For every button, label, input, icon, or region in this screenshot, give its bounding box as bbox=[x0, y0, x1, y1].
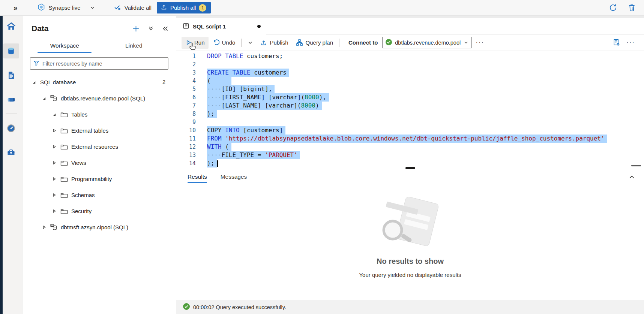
nav-data[interactable] bbox=[3, 43, 19, 58]
code-line-content[interactable]: ); bbox=[196, 159, 218, 167]
code-line-content[interactable]: ); bbox=[196, 110, 217, 118]
code-line-3[interactable]: 3CREATE TABLE customers bbox=[176, 69, 644, 77]
code-line-content[interactable]: ····[ID] [bigint], bbox=[196, 85, 275, 93]
nav-integrate[interactable] bbox=[3, 92, 19, 107]
tree-expander-icon[interactable] bbox=[52, 129, 57, 133]
code-line-content[interactable]: ····[LAST_NAME] [varchar](8000) bbox=[196, 102, 322, 110]
refresh-button[interactable] bbox=[609, 3, 617, 12]
tree-item-external-tables[interactable]: External tables bbox=[23, 123, 176, 139]
tab-messages[interactable]: Messages bbox=[221, 169, 247, 185]
tree-expander-icon[interactable] bbox=[52, 177, 57, 181]
tree-expander-icon[interactable] bbox=[52, 209, 57, 213]
expand-panel-icon[interactable]: » bbox=[14, 4, 18, 12]
tab-sql-script-1[interactable]: SQL script 1 bbox=[176, 18, 266, 34]
filter-resources-input[interactable] bbox=[42, 61, 165, 67]
code-line-11[interactable]: 11FROM 'https://dbtlabsynapsedatalake.bl… bbox=[176, 135, 644, 143]
tree-expander-icon[interactable] bbox=[42, 96, 47, 100]
nav-home[interactable] bbox=[3, 19, 19, 34]
publish-all-button[interactable]: Publish all 1 bbox=[157, 2, 211, 13]
line-number[interactable]: 1 bbox=[176, 52, 196, 60]
line-number[interactable]: 13 bbox=[176, 151, 196, 159]
tree-item-views[interactable]: Views bbox=[23, 155, 176, 171]
publish-button[interactable]: Publish bbox=[257, 37, 292, 49]
line-number[interactable]: 10 bbox=[176, 126, 196, 135]
undo-button[interactable]: Undo bbox=[209, 37, 239, 49]
line-number[interactable]: 5 bbox=[176, 85, 196, 93]
code-line-content[interactable]: CREATE TABLE customers bbox=[196, 69, 289, 77]
tab-workspace[interactable]: Workspace bbox=[30, 39, 99, 53]
tree-expander-icon[interactable] bbox=[52, 193, 57, 197]
toolbar-more-button[interactable]: ··· bbox=[472, 39, 488, 46]
code-line-content[interactable]: COPY INTO [customers] bbox=[196, 126, 285, 135]
code-line-content[interactable]: DROP TABLE customers; bbox=[196, 52, 283, 60]
editor-scrollbar-thumb[interactable] bbox=[631, 165, 641, 166]
code-line-8[interactable]: 8); bbox=[176, 110, 644, 118]
code-line-7[interactable]: 7····[LAST_NAME] [varchar](8000) bbox=[176, 102, 644, 110]
tree-item-tables[interactable]: Tables bbox=[23, 106, 176, 123]
validate-all-button[interactable]: Validate all bbox=[114, 3, 152, 12]
code-line-5[interactable]: 5····[ID] [bigint], bbox=[176, 85, 644, 93]
tree-item-programmability[interactable]: Programmability bbox=[23, 171, 176, 187]
editor-more-button[interactable]: ··· bbox=[623, 39, 639, 46]
code-line-13[interactable]: 13····FILE_TYPE = 'PARQUET' bbox=[176, 151, 644, 159]
run-button[interactable]: Run bbox=[182, 37, 209, 49]
nav-develop[interactable] bbox=[3, 68, 19, 83]
code-line-6[interactable]: 6····[FIRST_NAME] [varchar](8000), bbox=[176, 93, 644, 102]
filter-resources-box[interactable] bbox=[30, 57, 168, 70]
line-number[interactable]: 4 bbox=[176, 77, 196, 85]
tree-expander-icon[interactable] bbox=[42, 225, 47, 229]
tab-linked[interactable]: Linked bbox=[99, 39, 169, 53]
code-line-2[interactable]: 2 bbox=[176, 60, 644, 69]
line-number[interactable]: 8 bbox=[176, 110, 196, 118]
code-line-1[interactable]: 1DROP TABLE customers; bbox=[176, 52, 644, 60]
code-line-content[interactable]: ····[FIRST_NAME] [varchar](8000), bbox=[196, 93, 329, 102]
discard-trash-button[interactable] bbox=[628, 3, 636, 12]
branch-selector[interactable]: Synapse live bbox=[37, 3, 95, 12]
sql-script-icon bbox=[182, 22, 189, 31]
code-line-content[interactable]: WITH ( bbox=[196, 143, 231, 151]
tree-item-external-resources[interactable]: External resources bbox=[23, 139, 176, 155]
query-plan-button[interactable]: Query plan bbox=[292, 37, 337, 49]
pool-dropdown[interactable]: dbtlabs.revenue.demo.pool bbox=[382, 37, 472, 48]
collapse-panel-icon[interactable] bbox=[162, 25, 168, 32]
code-line-4[interactable]: 4( bbox=[176, 77, 644, 85]
code-line-content[interactable] bbox=[196, 118, 217, 126]
line-number[interactable]: 2 bbox=[176, 60, 196, 69]
line-number[interactable]: 3 bbox=[176, 69, 196, 77]
code-line-9[interactable]: 9 bbox=[176, 118, 644, 126]
line-number[interactable]: 11 bbox=[176, 135, 196, 143]
splitter-drag-handle[interactable] bbox=[405, 167, 415, 169]
collapse-results-button[interactable] bbox=[629, 174, 635, 180]
properties-button[interactable] bbox=[612, 39, 620, 46]
sql-editor[interactable]: 1DROP TABLE customers;23CREATE TABLE cus… bbox=[176, 51, 644, 168]
code-line-content[interactable]: ····FILE_TYPE = 'PARQUET' bbox=[196, 151, 300, 159]
line-number[interactable]: 6 bbox=[176, 93, 196, 102]
double-chevron-down-icon[interactable] bbox=[148, 25, 154, 31]
tree-item-dbtlabs-revenue-demo-pool-sql[interactable]: dbtlabs.revenue.demo.pool (SQL) bbox=[23, 90, 176, 106]
line-number[interactable]: 9 bbox=[176, 118, 196, 126]
code-line-content[interactable]: ( bbox=[196, 77, 231, 85]
code-line-12[interactable]: 12WITH ( bbox=[176, 143, 644, 151]
add-resource-icon[interactable] bbox=[132, 25, 140, 32]
chevron-down-icon[interactable] bbox=[90, 5, 95, 10]
line-number[interactable]: 12 bbox=[176, 143, 196, 151]
nav-monitor[interactable] bbox=[3, 121, 19, 136]
tree-item-dbtmsft-azsyn-cipool-sql[interactable]: dbtmsft.azsyn.cipool (SQL) bbox=[23, 219, 176, 235]
tree-item-sql-database[interactable]: SQL database2 bbox=[23, 74, 176, 90]
code-line-content[interactable] bbox=[196, 60, 207, 69]
code-line-14[interactable]: 14); bbox=[176, 159, 644, 167]
tree-item-schemas[interactable]: Schemas bbox=[23, 187, 176, 203]
nav-manage[interactable] bbox=[3, 145, 19, 160]
line-number[interactable]: 7 bbox=[176, 102, 196, 110]
tab-results[interactable]: Results bbox=[188, 169, 207, 185]
run-options-chevron[interactable] bbox=[244, 37, 257, 49]
tree-expander-icon[interactable] bbox=[52, 145, 57, 149]
tree-item-security[interactable]: Security bbox=[23, 203, 176, 219]
tree-expander-icon[interactable] bbox=[52, 112, 57, 117]
line-number[interactable]: 14 bbox=[176, 159, 196, 167]
tree-expander-icon[interactable] bbox=[32, 80, 36, 84]
main-area: SQL script 1 Run Undo bbox=[176, 16, 644, 314]
tree-expander-icon[interactable] bbox=[52, 161, 57, 165]
code-line-content[interactable]: FROM 'https://dbtlabsynapsedatalake.blob… bbox=[196, 135, 607, 143]
code-line-10[interactable]: 10COPY INTO [customers] bbox=[176, 126, 644, 135]
